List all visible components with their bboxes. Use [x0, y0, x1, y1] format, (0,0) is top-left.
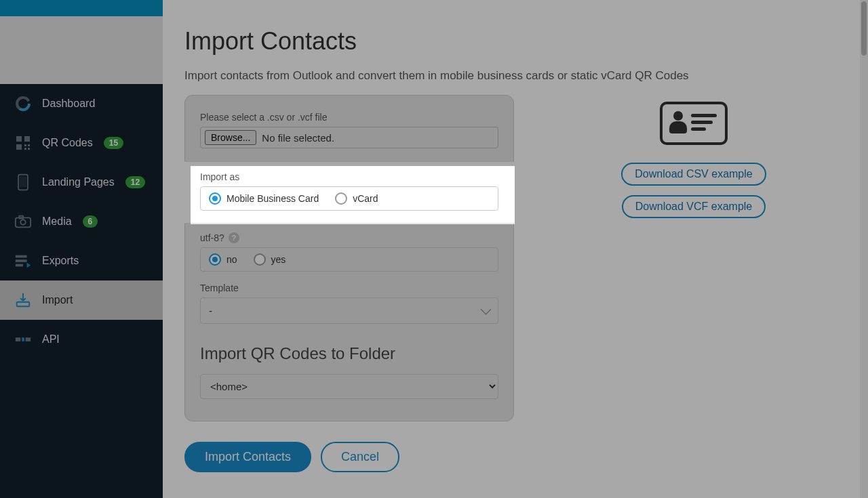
file-input-row[interactable]: Browse... No file selected. — [200, 127, 498, 148]
sidebar-item-media[interactable]: Media 6 — [0, 202, 163, 241]
svg-rect-9 — [28, 148, 30, 150]
help-icon[interactable]: ? — [229, 232, 239, 243]
radio-label: no — [226, 254, 237, 265]
sidebar-item-label: Dashboard — [42, 98, 95, 110]
radio-vcard[interactable]: vCard — [335, 192, 378, 205]
folder-select[interactable]: <home> — [200, 374, 498, 399]
main-content: Import Contacts Import contacts from Out… — [163, 0, 860, 498]
svg-rect-15 — [16, 255, 27, 258]
template-value: - — [209, 305, 212, 316]
right-panel: Download CSV example Download VCF exampl… — [616, 102, 772, 218]
sidebar-item-import[interactable]: Import — [0, 281, 163, 320]
download-vcf-link[interactable]: Download VCF example — [622, 195, 766, 218]
svg-rect-21 — [26, 337, 31, 341]
utf8-label: utf-8? ? — [200, 232, 498, 243]
svg-rect-8 — [24, 148, 26, 150]
svg-rect-5 — [16, 144, 22, 150]
sidebar-item-label: API — [42, 333, 60, 346]
radio-label: Mobile Business Card — [226, 193, 319, 204]
svg-rect-6 — [24, 144, 26, 146]
sidebar-item-label: Media — [42, 215, 72, 228]
template-select[interactable]: - — [200, 297, 498, 324]
scrollbar-thumb[interactable] — [861, 1, 867, 56]
radio-utf8-yes[interactable]: yes — [254, 253, 286, 266]
import-contacts-button[interactable]: Import Contacts — [184, 442, 311, 472]
svg-rect-11 — [20, 177, 26, 186]
qr-icon — [14, 136, 33, 150]
radio-utf8-no[interactable]: no — [209, 253, 237, 266]
svg-rect-7 — [28, 144, 30, 146]
sidebar-item-label: Landing Pages — [42, 176, 115, 188]
svg-point-13 — [20, 220, 25, 224]
sidebar-item-label: Import — [42, 294, 73, 306]
import-as-label: Import as — [200, 171, 498, 182]
import-as-section: Import as Mobile Business Card vCard — [178, 162, 521, 223]
action-row: Import Contacts Cancel — [184, 442, 838, 472]
radio-label: vCard — [353, 193, 378, 204]
radio-icon — [254, 253, 266, 266]
sidebar-badge: 12 — [125, 176, 145, 188]
template-label: Template — [200, 283, 498, 293]
sidebar: Dashboard QR Codes 15 Landing Pages 12 M… — [0, 84, 163, 498]
radio-icon — [209, 253, 221, 266]
page-title: Import Contacts — [184, 27, 838, 56]
top-brand-bar — [0, 0, 163, 16]
svg-rect-3 — [16, 136, 22, 142]
sidebar-item-api[interactable]: API — [0, 320, 163, 359]
radio-mobile-business-card[interactable]: Mobile Business Card — [209, 192, 319, 205]
sidebar-badge: 6 — [83, 215, 98, 228]
sidebar-item-label: Exports — [42, 255, 79, 267]
media-icon — [14, 214, 33, 229]
radio-label: yes — [271, 254, 286, 265]
utf8-radio-group: no yes — [200, 247, 498, 272]
file-status-text: No file selected. — [262, 132, 334, 144]
svg-rect-16 — [16, 260, 27, 262]
sidebar-item-label: QR Codes — [42, 137, 93, 149]
landing-pages-icon — [14, 175, 33, 190]
import-form-card: Please select a .csv or .vcf file Browse… — [184, 95, 514, 421]
svg-rect-20 — [22, 337, 24, 341]
scrollbar-track[interactable] — [860, 0, 868, 498]
sidebar-item-qr-codes[interactable]: QR Codes 15 — [0, 123, 163, 163]
download-csv-link[interactable]: Download CSV example — [621, 163, 766, 186]
sidebar-item-exports[interactable]: Exports — [0, 241, 163, 281]
dashboard-icon — [14, 96, 33, 111]
radio-icon — [209, 192, 221, 205]
sidebar-badge: 15 — [104, 137, 123, 149]
import-icon — [14, 293, 33, 308]
top-gray-panel — [0, 16, 163, 84]
sidebar-item-dashboard[interactable]: Dashboard — [0, 84, 163, 123]
svg-rect-19 — [16, 337, 20, 341]
api-icon — [14, 332, 33, 347]
file-select-label: Please select a .csv or .vcf file — [200, 112, 498, 123]
page-subtitle: Import contacts from Outlook and convert… — [184, 69, 838, 83]
exports-icon — [14, 253, 33, 268]
browse-button[interactable]: Browse... — [205, 130, 256, 145]
radio-icon — [335, 192, 347, 205]
cancel-button[interactable]: Cancel — [321, 442, 399, 472]
import-as-radio-group: Mobile Business Card vCard — [200, 186, 498, 211]
svg-rect-4 — [24, 136, 30, 142]
sidebar-item-landing-pages[interactable]: Landing Pages 12 — [0, 163, 163, 202]
svg-rect-18 — [17, 302, 29, 306]
folder-heading: Import QR Codes to Folder — [200, 344, 498, 363]
svg-rect-17 — [16, 264, 23, 267]
vcard-illustration-icon — [660, 102, 728, 145]
